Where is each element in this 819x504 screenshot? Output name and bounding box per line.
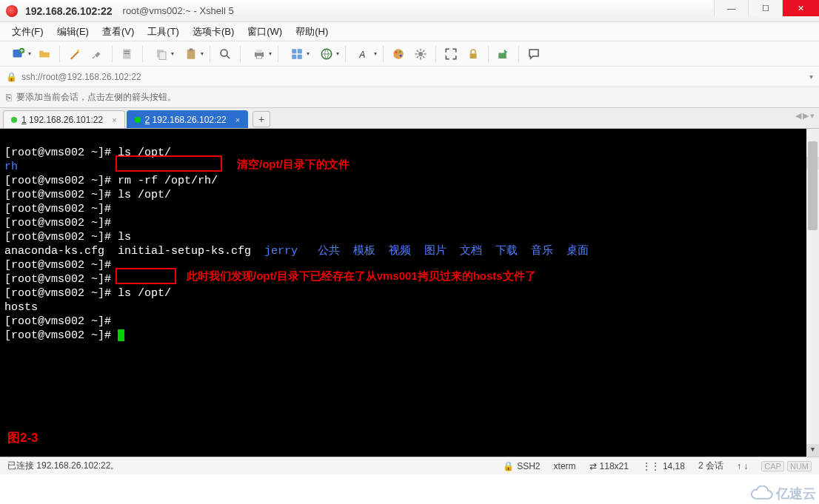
- svg-rect-8: [187, 50, 195, 59]
- terminal[interactable]: [root@vms002 ~]# ls /opt/ rh [root@vms00…: [0, 129, 819, 457]
- menu-window[interactable]: 窗口(W): [243, 23, 287, 41]
- hint-bar: ⎘ 要添加当前会话，点击左侧的箭头按钮。: [0, 87, 819, 108]
- address-bar[interactable]: 🔒 ssh://root@192.168.26.102:22 ▾: [0, 67, 819, 87]
- menu-tools[interactable]: 工具(T): [143, 23, 184, 41]
- gear-icon: [414, 47, 427, 61]
- app-icon: [6, 5, 18, 17]
- chat-icon: [527, 47, 541, 61]
- status-cursor-pos: ⋮⋮ 14,18: [642, 461, 685, 471]
- tab-bar: 1 192.168.26.101:22 × 2 192.168.26.102:2…: [0, 108, 819, 129]
- menu-view[interactable]: 查看(V): [98, 23, 138, 41]
- tab-session-1[interactable]: 1 192.168.26.101:22 ×: [3, 110, 125, 128]
- add-session-icon[interactable]: ⎘: [6, 92, 12, 103]
- tab-close-icon[interactable]: ×: [112, 115, 116, 124]
- window-buttons: — ☐ ✕: [714, 0, 819, 16]
- help-button[interactable]: [524, 44, 544, 64]
- scroll-thumb[interactable]: [808, 141, 818, 230]
- menu-help[interactable]: 帮助(H): [291, 23, 332, 41]
- fullscreen-button[interactable]: [441, 44, 461, 64]
- svg-point-2: [77, 50, 79, 52]
- svg-point-23: [400, 54, 402, 56]
- properties-button[interactable]: [117, 44, 138, 64]
- annotation-text-2: 此时我们发现/opt/目录下已经存在了从vms001拷贝过来的hosts文件了: [187, 269, 536, 283]
- menu-file[interactable]: 文件(F): [7, 23, 48, 41]
- tab-close-icon[interactable]: ×: [235, 115, 240, 124]
- layout-icon: [290, 47, 304, 61]
- color-scheme-button[interactable]: [388, 44, 409, 64]
- watermark: 亿速云: [749, 485, 816, 503]
- svg-rect-16: [292, 54, 296, 58]
- copy-icon: [155, 47, 168, 61]
- print-button[interactable]: ▾: [245, 44, 273, 64]
- encoding-button[interactable]: ▾: [312, 44, 341, 64]
- close-button[interactable]: ✕: [782, 0, 819, 16]
- title-ip: 192.168.26.102:22: [25, 5, 113, 17]
- menu-tabs[interactable]: 选项卡(B): [188, 23, 238, 41]
- font-icon: A: [358, 47, 371, 61]
- xftp-button[interactable]: [493, 44, 514, 64]
- annotation-text-1: 清空/opt/目录下的文件: [237, 157, 350, 171]
- tab-session-2[interactable]: 2 192.168.26.102:22 ×: [127, 110, 249, 128]
- status-sessions: 2 会话: [698, 460, 723, 472]
- tab-nav-left[interactable]: ◀: [795, 111, 801, 121]
- svg-rect-25: [470, 53, 477, 58]
- fullscreen-icon: [444, 47, 458, 61]
- address-text: ssh://root@192.168.26.102:22: [21, 72, 141, 82]
- folder-open-icon: [38, 47, 51, 61]
- font-button[interactable]: A▾: [350, 44, 378, 64]
- svg-rect-15: [298, 49, 302, 53]
- scroll-down-button[interactable]: ▼: [806, 444, 819, 457]
- svg-point-20: [393, 49, 404, 59]
- cursor: [118, 329, 124, 341]
- titlebar: 192.168.26.102:22 root@vms002:~ - Xshell…: [0, 0, 819, 22]
- scrollbar[interactable]: ▲ ▼: [806, 129, 819, 457]
- lock-button[interactable]: [463, 44, 484, 64]
- minimize-button[interactable]: —: [714, 0, 748, 16]
- new-session-button[interactable]: ▾: [4, 44, 33, 64]
- maximize-button[interactable]: ☐: [748, 0, 782, 16]
- menu-edit[interactable]: 编辑(E): [53, 23, 93, 41]
- svg-rect-12: [256, 50, 262, 53]
- transfer-icon: [497, 47, 510, 61]
- lock-icon: [467, 47, 480, 61]
- status-connection: 已连接 192.168.26.102:22。: [7, 460, 119, 472]
- globe-icon: [320, 47, 333, 61]
- wand-icon: [68, 47, 81, 61]
- hint-text: 要添加当前会话，点击左侧的箭头按钮。: [16, 91, 176, 104]
- svg-rect-13: [256, 56, 262, 58]
- status-dot-icon: [11, 117, 17, 123]
- layout-button[interactable]: ▾: [283, 44, 311, 64]
- copy-button[interactable]: ▾: [147, 44, 176, 64]
- svg-rect-7: [159, 52, 166, 60]
- status-protocol: 🔒 SSH2: [503, 461, 540, 471]
- open-button[interactable]: [34, 44, 55, 64]
- svg-point-22: [399, 50, 401, 53]
- status-updown-icon: ↑ ↓: [737, 461, 748, 471]
- menubar: 文件(F) 编辑(E) 查看(V) 工具(T) 选项卡(B) 窗口(W) 帮助(…: [0, 22, 819, 41]
- paste-button[interactable]: ▾: [177, 44, 205, 64]
- address-dropdown[interactable]: ▾: [809, 73, 813, 81]
- status-num: NUM: [787, 461, 812, 471]
- tab-nav: ◀ ▶ ▾: [795, 111, 815, 121]
- status-size: ⇄ 118x21: [589, 461, 629, 471]
- disconnect-button[interactable]: [87, 44, 107, 64]
- printer-icon: [253, 47, 266, 61]
- svg-point-10: [221, 50, 227, 56]
- tab-nav-drop[interactable]: ▾: [810, 111, 815, 121]
- tab-add-button[interactable]: +: [253, 111, 270, 127]
- terminal-plus-icon: [12, 47, 25, 61]
- cloud-icon: [749, 485, 773, 502]
- svg-point-24: [418, 52, 423, 56]
- annotation-box-1: [116, 155, 222, 172]
- highlight-button[interactable]: [410, 44, 431, 64]
- svg-rect-26: [498, 53, 507, 58]
- annotation-figure-label: 图2-3: [7, 431, 39, 445]
- reconnect-button[interactable]: [64, 44, 85, 64]
- svg-rect-9: [190, 48, 193, 50]
- search-icon: [218, 47, 232, 61]
- tab-nav-right[interactable]: ▶: [803, 111, 809, 121]
- status-bar: 已连接 192.168.26.102:22。 🔒 SSH2 xterm ⇄ 11…: [0, 457, 819, 474]
- find-button[interactable]: [215, 44, 235, 64]
- status-dot-icon: [135, 117, 141, 123]
- plug-icon: [90, 47, 104, 61]
